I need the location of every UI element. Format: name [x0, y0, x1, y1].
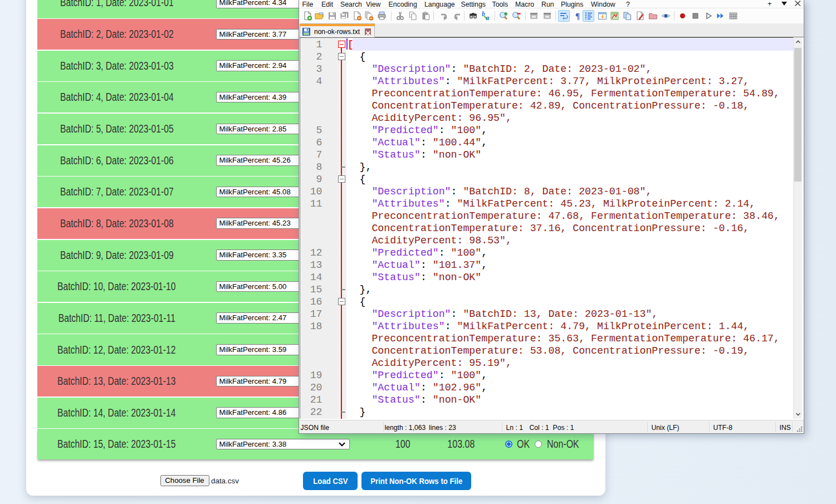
svg-text:¶: ¶: [575, 12, 580, 21]
svg-text:a: a: [486, 13, 490, 21]
